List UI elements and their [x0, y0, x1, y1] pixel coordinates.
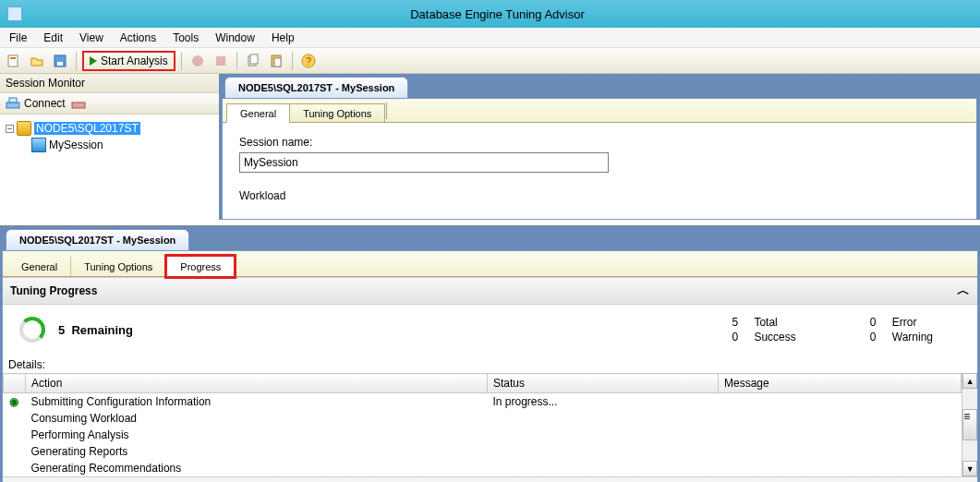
toolbar-copy-icon[interactable]: [243, 51, 263, 71]
lower-tab-wrap: NODE5\SQL2017ST - MySession General Tuni…: [0, 226, 980, 482]
stat-col-1: 5 Total 0 Success: [732, 316, 795, 343]
svg-rect-9: [274, 58, 281, 66]
table-row[interactable]: Consuming Workload: [4, 410, 962, 427]
session-icon: [31, 138, 46, 152]
menu-window[interactable]: Window: [215, 31, 255, 44]
menu-help[interactable]: Help: [272, 31, 295, 44]
cell-message: [719, 410, 962, 427]
table-row[interactable]: ◉ Submitting Configuration Information I…: [4, 393, 962, 411]
cell-message: [719, 427, 962, 443]
svg-rect-12: [6, 102, 19, 108]
window-title: Database Engine Tuning Advisor: [22, 7, 973, 21]
cell-action: Submitting Configuration Information: [26, 393, 488, 411]
tab-general-label: General: [240, 108, 276, 119]
svg-rect-0: [8, 55, 18, 66]
table-row[interactable]: Generating Reports: [4, 443, 962, 460]
workload-label: Workload: [239, 189, 960, 202]
scroll-track[interactable]: [962, 440, 977, 461]
ptab-tuning-options[interactable]: Tuning Options: [71, 257, 166, 276]
upper-split: Session Monitor Connect − NODE5\SQL2017S…: [0, 74, 980, 220]
table-row[interactable]: Generating Recommendations: [4, 460, 962, 476]
cell-message: [719, 443, 962, 460]
toolbar-separator: [181, 52, 182, 70]
toolbar-separator: [76, 52, 77, 70]
menu-bar: File Edit View Actions Tools Window Help: [0, 28, 980, 48]
tree-server-node[interactable]: − NODE5\SQL2017ST: [6, 120, 213, 137]
connect-toolbar: Connect: [0, 93, 219, 114]
progress-tabstrip: General Tuning Options Progress: [3, 251, 977, 277]
chevron-up-icon: ︿: [957, 283, 970, 299]
session-name-label: Session name:: [239, 136, 960, 149]
scroll-thumb[interactable]: ≡: [962, 409, 977, 440]
server-icon: [17, 121, 31, 136]
toolbar-new-icon[interactable]: [4, 51, 24, 71]
menu-tools[interactable]: Tools: [173, 31, 199, 44]
remaining-text: 5 Remaining: [58, 323, 133, 337]
svg-rect-7: [250, 54, 258, 64]
table-row[interactable]: Performing Analysis: [4, 427, 962, 443]
lower-panel: NODE5\SQL2017ST - MySession General Tuni…: [0, 225, 980, 482]
scroll-down-icon[interactable]: ▼: [962, 461, 977, 476]
svg-point-4: [192, 55, 203, 66]
col-action[interactable]: Action: [26, 374, 488, 393]
tree-collapse-icon[interactable]: −: [6, 125, 14, 133]
toolbar-open-icon[interactable]: [27, 51, 47, 71]
scroll-up-icon[interactable]: ▲: [962, 373, 977, 389]
lower-document-tab[interactable]: NODE5\SQL2017ST - MySession: [6, 229, 189, 250]
session-monitor-title: Session Monitor: [0, 74, 219, 93]
scrollbar[interactable]: ▲ ≡ ▼: [962, 373, 977, 476]
tuning-log-header[interactable]: Tuning Log ﹀: [3, 476, 977, 482]
inner-tabstrip: General Tuning Options: [223, 99, 976, 123]
svg-rect-5: [216, 56, 225, 66]
tab-general[interactable]: General: [226, 103, 290, 123]
svg-text:?: ?: [306, 55, 311, 66]
tuning-progress-header[interactable]: Tuning Progress ︿: [3, 277, 977, 305]
menu-edit[interactable]: Edit: [43, 31, 63, 44]
document-body: General Tuning Options Session name: Wor…: [222, 98, 977, 220]
stat-warning: Warning: [892, 331, 933, 343]
ptab-general[interactable]: General: [8, 257, 71, 276]
col-status[interactable]: Status: [488, 374, 719, 393]
stat-total-n: 5: [732, 316, 746, 329]
toolbar-separator: [292, 52, 293, 70]
session-tree: − NODE5\SQL2017ST MySession: [0, 114, 219, 159]
tab-tuning-options-label: Tuning Options: [303, 108, 371, 119]
tab-separator: [386, 102, 387, 119]
document-area: NODE5\SQL2017ST - MySession General Tuni…: [219, 74, 980, 220]
toolbar-stop2-icon[interactable]: [211, 51, 231, 71]
ptab-general-label: General: [21, 261, 57, 272]
stat-success-n: 0: [732, 331, 746, 343]
tab-tuning-options[interactable]: Tuning Options: [289, 103, 385, 123]
toolbar-save-icon[interactable]: [50, 51, 70, 71]
spinner-icon: [19, 317, 45, 343]
menu-actions[interactable]: Actions: [120, 31, 156, 44]
app-icon: [7, 6, 22, 21]
details-label: Details:: [3, 355, 977, 373]
details-table: Action Status Message ◉ Submitting Confi…: [3, 373, 962, 476]
start-analysis-button[interactable]: Start Analysis: [82, 51, 175, 71]
connect-label[interactable]: Connect: [24, 97, 66, 110]
toolbar-help-icon[interactable]: ?: [298, 51, 319, 71]
tree-server-label: NODE5\SQL2017ST: [34, 122, 140, 135]
general-tab-content: Session name: Workload: [223, 123, 976, 219]
col-message[interactable]: Message: [719, 374, 962, 393]
cell-status: [488, 410, 719, 427]
session-name-input[interactable]: [239, 152, 609, 173]
toolbar-stop-icon[interactable]: [188, 51, 208, 71]
cell-action: Generating Reports: [26, 443, 488, 460]
svg-rect-14: [72, 102, 85, 108]
menu-view[interactable]: View: [79, 31, 103, 44]
tree-session-node[interactable]: MySession: [6, 137, 213, 153]
session-monitor-panel: Session Monitor Connect − NODE5\SQL2017S…: [0, 74, 219, 220]
scroll-track[interactable]: [962, 389, 977, 409]
toolbar-paste-icon[interactable]: [266, 51, 286, 71]
ptab-tuning-options-label: Tuning Options: [84, 261, 152, 272]
ptab-progress[interactable]: Progress: [166, 256, 235, 277]
lower-body: General Tuning Options Progress Tuning P…: [2, 250, 978, 482]
play-circle-icon: ◉: [4, 393, 26, 411]
disconnect-icon[interactable]: [71, 96, 86, 111]
cell-status: In progress...: [488, 393, 719, 411]
document-tab[interactable]: NODE5\SQL2017ST - MySession: [224, 77, 408, 98]
progress-summary: 5 Remaining 5 Total 0 Success 0 Error 0 …: [3, 305, 977, 355]
menu-file[interactable]: File: [9, 31, 27, 44]
